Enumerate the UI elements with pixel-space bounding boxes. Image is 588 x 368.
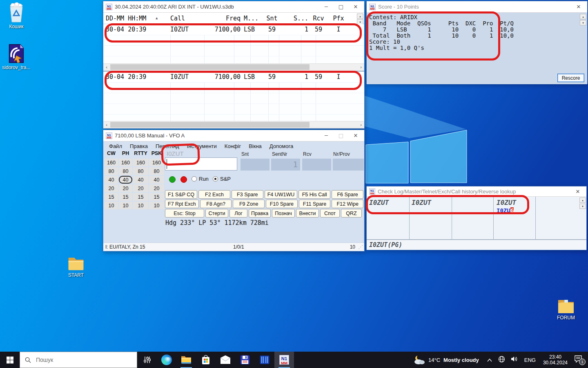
maximize-icon[interactable]: □ <box>335 131 347 140</box>
esc-stop-button[interactable]: Esc: Stop <box>165 209 204 218</box>
f9-button[interactable]: F9 Zone <box>233 200 265 208</box>
close-icon[interactable]: ✕ <box>350 2 362 11</box>
file-explorer-taskbar-button[interactable] <box>176 352 196 368</box>
f6-button[interactable]: F6 Spare <box>332 190 363 199</box>
weather-widget[interactable]: 14°C Mostly cloudy <box>408 355 484 365</box>
band-button[interactable]: 160 <box>149 159 164 166</box>
snt-field[interactable] <box>241 159 270 171</box>
col-header-rcv[interactable]: Rcv <box>308 15 329 22</box>
spin-down-icon[interactable]: ▼ <box>579 204 586 209</box>
menu-config[interactable]: Конфіг <box>225 143 241 149</box>
log-lower-hscrollbar[interactable]: ‹ › <box>103 121 364 128</box>
log-pane-lower[interactable]: 30-04 20:39 I0ZUT 7100,00 LSB 59 1 59 I <box>103 72 364 121</box>
f2-button[interactable]: F2 Exch <box>198 190 230 199</box>
check-log-call[interactable]: I0ZUT <box>369 199 389 206</box>
band-button[interactable]: 40 <box>105 176 118 184</box>
check-results-area[interactable]: I0ZUT I0ZUT I0ZUT I0ZUG ▲ ▼ <box>367 197 586 240</box>
taskbar-search[interactable] <box>20 352 137 368</box>
log-upper-hscrollbar[interactable]: ‹ › <box>103 63 364 71</box>
rescore-button[interactable]: Rescore <box>557 74 584 82</box>
desktop-icon-sidorov-file[interactable]: sidorov_tra... <box>3 43 29 70</box>
band-button[interactable]: 40 <box>133 176 148 184</box>
wipe-button[interactable]: Стерти <box>205 209 228 218</box>
close-icon[interactable]: ✕ <box>572 2 585 11</box>
col-header-pfx[interactable]: Pfx <box>329 15 348 22</box>
log-pane-upper[interactable]: 30-04 20:39 I0ZUT 7100,00 LSB 59 1 59 I <box>103 24 364 63</box>
band-button[interactable]: 20 <box>133 184 148 192</box>
spin-up-icon[interactable]: ▲ <box>357 13 363 19</box>
f5-button[interactable]: F5 His Call <box>298 190 330 199</box>
desktop-icon-start-folder[interactable]: START <box>64 256 88 278</box>
menu-file[interactable]: Файл <box>109 143 122 149</box>
edit-button[interactable]: Правка <box>249 209 271 218</box>
check-partial-match[interactable]: I0ZUG <box>497 207 514 214</box>
menu-tools[interactable]: Інструменти <box>187 143 217 149</box>
score-spinner[interactable]: ▲ ▼ <box>580 14 586 25</box>
band-button[interactable]: 160 <box>105 159 118 166</box>
band-button[interactable]: 20 <box>149 184 164 192</box>
check-history-call[interactable]: I0ZUT <box>497 199 516 206</box>
f1-button[interactable]: F1 S&P CQ <box>165 190 197 199</box>
start-button[interactable] <box>0 352 20 368</box>
band-button[interactable]: 80 <box>119 167 132 175</box>
spot-button[interactable]: Спот <box>320 209 340 218</box>
store-button[interactable]: Внести <box>296 209 319 218</box>
band-button[interactable]: 80 <box>149 167 164 175</box>
run-radio[interactable]: Run <box>192 176 209 182</box>
f4-button[interactable]: F4 UW1WU <box>265 190 298 199</box>
resize-grip-icon[interactable]: ⋰ <box>358 244 363 250</box>
scroll-thumb[interactable] <box>110 122 310 128</box>
search-input[interactable] <box>35 356 118 364</box>
band-button[interactable]: 15 <box>105 193 118 201</box>
col-header-snt[interactable]: Snt <box>262 15 282 22</box>
sp-radio[interactable]: S&P <box>213 176 231 182</box>
table-row[interactable]: 30-04 20:39 I0ZUT 7100,00 LSB 59 1 59 I <box>103 24 364 35</box>
band-button[interactable]: 20 <box>105 184 118 192</box>
spin-up-icon[interactable]: ▲ <box>580 14 586 19</box>
entry-window-titlebar[interactable]: N1 MM 7100,00 LSB Manual - VFO A ─ □ ✕ <box>103 130 364 141</box>
scroll-right-icon[interactable]: › <box>358 64 364 70</box>
callsign-input[interactable] <box>165 157 237 171</box>
language-indicator[interactable]: ENG <box>521 357 539 363</box>
maximize-icon[interactable]: □ <box>335 2 347 11</box>
close-icon[interactable]: ✕ <box>572 187 584 196</box>
table-row[interactable]: 30-04 20:39 I0ZUT 7100,00 LSB 59 1 59 I <box>103 72 364 82</box>
scroll-left-icon[interactable]: ‹ <box>103 121 110 128</box>
scroll-thumb[interactable] <box>110 64 310 70</box>
menu-edit[interactable]: Правка <box>130 143 148 149</box>
desktop-icon-recycle-bin[interactable]: Кошик <box>3 2 29 29</box>
col-header-s[interactable]: S... <box>282 15 308 22</box>
menu-windows[interactable]: Вікна <box>249 143 262 149</box>
check-spinner[interactable]: ▲ ▼ <box>579 197 586 209</box>
col-header-call[interactable]: Call <box>167 15 205 22</box>
band-button-selected[interactable]: 40 <box>119 176 132 184</box>
minimize-icon[interactable]: ─ <box>320 131 332 140</box>
rcv-field[interactable] <box>302 159 331 171</box>
band-button[interactable]: 40 <box>149 176 164 184</box>
menu-help[interactable]: Допомога <box>270 143 293 149</box>
volume-button[interactable] <box>508 356 521 364</box>
check-window-titlebar[interactable]: N1 MM Check Log/Master/Telnet/Exch/Call … <box>367 186 586 197</box>
f12-button[interactable]: F12 Wipe <box>332 200 363 208</box>
band-button[interactable]: 15 <box>119 193 132 201</box>
log-window-titlebar[interactable]: N1 MM 30.04.2024 20:40:00Z ARI DX INT - … <box>103 1 364 13</box>
f10-button[interactable]: F10 Spare <box>266 200 298 208</box>
task-view-button[interactable] <box>137 352 157 368</box>
band-button[interactable]: 20 <box>119 184 132 192</box>
mail-taskbar-button[interactable] <box>216 352 235 368</box>
edge-taskbar-button[interactable] <box>157 352 176 368</box>
f8-button[interactable]: F8 Agn? <box>200 200 232 208</box>
store-taskbar-button[interactable] <box>196 352 216 368</box>
f11-button[interactable]: F11 Spare <box>299 200 331 208</box>
network-button[interactable] <box>495 356 508 364</box>
nrprov-field[interactable] <box>333 159 364 171</box>
header-spinner[interactable]: ▲ ▼ <box>357 13 363 25</box>
qrz-button[interactable]: QRZ <box>341 209 362 218</box>
close-icon[interactable]: ✕ <box>350 131 362 140</box>
band-button[interactable]: 15 <box>133 193 148 201</box>
notification-center-button[interactable]: 1 <box>572 355 588 364</box>
f3-button[interactable]: F3 Spare <box>232 190 263 199</box>
band-button[interactable]: 160 <box>119 159 132 166</box>
f7-button[interactable]: F7 Rpt Exch <box>165 200 199 208</box>
spin-up-icon[interactable]: ▲ <box>579 197 586 203</box>
